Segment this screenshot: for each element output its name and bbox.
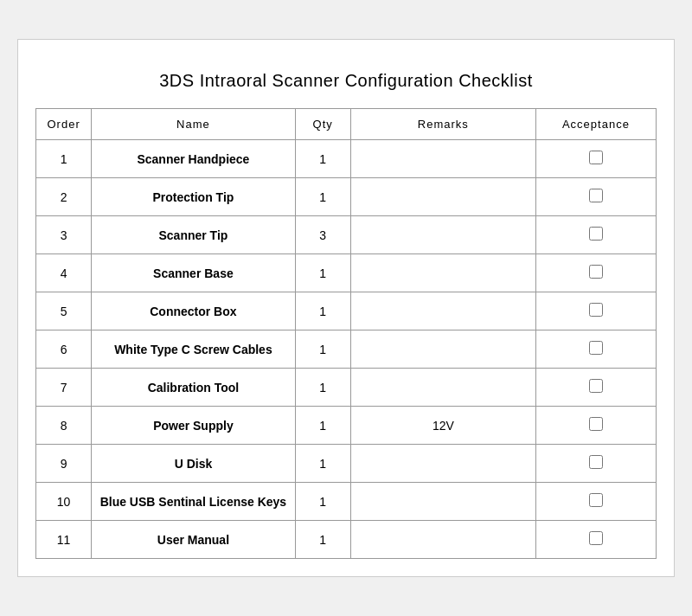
col-header-name: Name [92,109,295,140]
cell-name: Scanner Base [92,254,295,292]
cell-order: 3 [36,216,92,254]
table-row: 11User Manual1 [36,521,657,559]
cell-remarks [350,483,535,521]
acceptance-checkbox[interactable] [589,265,603,279]
acceptance-checkbox[interactable] [589,455,603,469]
cell-name: Scanner Handpiece [92,140,295,178]
col-header-remarks: Remarks [350,109,535,140]
cell-acceptance[interactable] [535,216,656,254]
cell-name: Power Supply [92,407,295,445]
cell-order: 7 [36,369,92,407]
cell-remarks [350,254,535,292]
cell-qty: 1 [295,521,350,559]
acceptance-checkbox[interactable] [589,493,603,507]
cell-qty: 1 [295,292,350,330]
cell-remarks [350,292,535,330]
checklist-table: Order Name Qty Remarks Acceptance 1Scann… [35,108,657,559]
cell-acceptance[interactable] [535,483,656,521]
page-title: 3DS Intraoral Scanner Configuration Chec… [35,57,657,108]
acceptance-checkbox[interactable] [589,417,603,431]
table-row: 10Blue USB Sentinal License Keys1 [36,483,657,521]
acceptance-checkbox[interactable] [589,341,603,355]
cell-remarks [350,178,535,216]
table-row: 5Connector Box1 [36,292,657,330]
cell-order: 4 [36,254,92,292]
table-row: 3Scanner Tip3 [36,216,657,254]
cell-acceptance[interactable] [535,330,656,369]
acceptance-checkbox[interactable] [589,303,603,317]
cell-acceptance[interactable] [535,521,656,559]
acceptance-checkbox[interactable] [589,151,603,164]
table-row: 9U Disk1 [36,445,657,483]
cell-acceptance[interactable] [535,292,656,330]
table-row: 6White Type C Screw Cables1 [36,330,657,369]
cell-remarks [350,369,535,407]
acceptance-checkbox[interactable] [589,227,603,241]
cell-acceptance[interactable] [535,140,656,178]
cell-name: Protection Tip [92,178,295,216]
acceptance-checkbox[interactable] [589,379,603,393]
cell-qty: 1 [295,369,350,407]
cell-order: 10 [36,483,92,521]
cell-remarks [350,521,535,559]
cell-acceptance[interactable] [535,254,656,292]
col-header-acceptance: Acceptance [535,109,656,140]
cell-order: 5 [36,292,92,330]
cell-order: 6 [36,330,92,369]
cell-order: 1 [36,140,92,178]
cell-qty: 1 [295,140,350,178]
cell-remarks [350,330,535,369]
cell-name: U Disk [92,445,295,483]
cell-acceptance[interactable] [535,445,656,483]
cell-name: White Type C Screw Cables [92,330,295,369]
cell-name: User Manual [92,521,295,559]
table-row: 4Scanner Base1 [36,254,657,292]
cell-qty: 1 [295,178,350,216]
cell-qty: 1 [295,254,350,292]
cell-acceptance[interactable] [535,407,656,445]
acceptance-checkbox[interactable] [589,531,603,545]
cell-qty: 3 [295,216,350,254]
table-row: 2Protection Tip1 [36,178,657,216]
cell-remarks [350,140,535,178]
cell-name: Calibration Tool [92,369,295,407]
cell-remarks [350,216,535,254]
cell-acceptance[interactable] [535,178,656,216]
acceptance-checkbox[interactable] [589,189,603,202]
cell-remarks [350,445,535,483]
table-row: 1Scanner Handpiece1 [36,140,657,178]
cell-order: 9 [36,445,92,483]
table-row: 8Power Supply112V [36,407,657,445]
cell-acceptance[interactable] [535,369,656,407]
cell-qty: 1 [295,483,350,521]
cell-name: Blue USB Sentinal License Keys [92,483,295,521]
table-row: 7Calibration Tool1 [36,369,657,407]
cell-remarks: 12V [350,407,535,445]
cell-name: Scanner Tip [92,216,295,254]
col-header-order: Order [36,109,92,140]
table-header-row: Order Name Qty Remarks Acceptance [36,109,657,140]
cell-order: 11 [36,521,92,559]
cell-order: 8 [36,407,92,445]
col-header-qty: Qty [295,109,350,140]
cell-qty: 1 [295,445,350,483]
cell-name: Connector Box [92,292,295,330]
cell-qty: 1 [295,407,350,445]
cell-order: 2 [36,178,92,216]
cell-qty: 1 [295,330,350,369]
checklist-container: 3DS Intraoral Scanner Configuration Chec… [17,39,675,577]
